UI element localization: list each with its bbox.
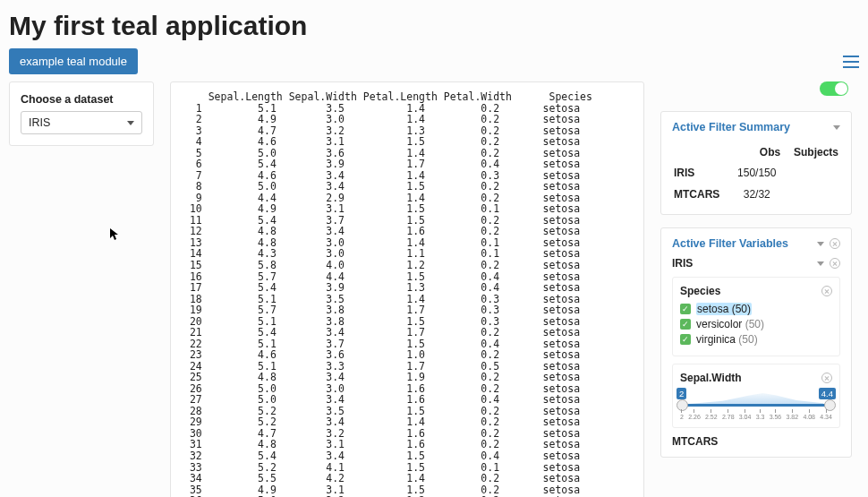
checkbox-icon: ✓ [680, 304, 691, 314]
summary-col: Subjects [782, 142, 840, 162]
sepal-width-slider[interactable]: 2 4.4 22.262.522.783.043.33.563.824.084.… [680, 390, 832, 420]
page-title: My first teal application [0, 0, 868, 48]
mtcars-dataset-header[interactable]: MTCARS [672, 435, 840, 448]
slider-tick: 3.04 [739, 409, 752, 420]
slider-tick: 4.34 [820, 409, 832, 420]
dataset-label: Choose a dataset [21, 93, 142, 106]
chevron-down-icon [817, 261, 824, 266]
species-option[interactable]: ✓setosa (50) [680, 303, 832, 315]
sepal-width-filter: Sepal.Width 2 4.4 22.262.522.783.043.33.… [672, 364, 840, 428]
filter-summary-title: Active Filter Summary [672, 121, 790, 133]
slider-tick: 2.52 [705, 409, 718, 420]
checkbox-icon: ✓ [680, 334, 691, 345]
close-icon[interactable] [821, 286, 832, 296]
slider-tick: 3.56 [770, 409, 782, 420]
filter-summary-table: ObsSubjects IRIS150/150MTCARS32/32 [672, 142, 840, 205]
species-option[interactable]: ✓versicolor (50) [680, 318, 832, 330]
filter-summary-card: Active Filter Summary ObsSubjects IRIS15… [660, 111, 852, 215]
summary-row: MTCARS32/32 [672, 184, 840, 205]
slider-tick: 2 [680, 409, 684, 420]
filter-toggle[interactable] [820, 81, 848, 96]
data-output-panel: Sepal.Length Sepal.Width Petal.Length Pe… [170, 81, 644, 497]
hamburger-icon[interactable] [843, 56, 859, 68]
slider-tick: 2.78 [722, 409, 735, 420]
slider-tick: 3.82 [787, 409, 799, 420]
filter-summary-header[interactable]: Active Filter Summary [672, 121, 840, 133]
filter-vars-title: Active Filter Variables [672, 237, 788, 250]
close-icon[interactable] [830, 238, 840, 249]
slider-tick: 4.08 [803, 409, 815, 420]
slider-min-label: 2 [677, 388, 686, 399]
chevron-down-icon [127, 121, 134, 125]
dataset-chooser-panel: Choose a dataset IRIS [9, 81, 154, 146]
slider-max-label: 4.4 [819, 388, 836, 399]
summary-col: Obs [731, 142, 782, 162]
species-filter: Species ✓setosa (50)✓versicolor (50)✓vir… [672, 277, 840, 356]
chevron-down-icon [817, 242, 824, 246]
species-option[interactable]: ✓virginica (50) [680, 333, 832, 346]
species-filter-label: Species [680, 285, 720, 297]
filter-vars-header[interactable]: Active Filter Variables [672, 237, 840, 250]
checkbox-icon: ✓ [680, 319, 691, 330]
slider-tick: 2.26 [688, 409, 701, 420]
chevron-down-icon [833, 125, 840, 130]
slider-tick: 3.3 [756, 409, 765, 420]
close-icon[interactable] [821, 373, 832, 383]
filter-vars-card: Active Filter Variables IRIS Species [660, 227, 852, 458]
dataset-select-value: IRIS [29, 116, 50, 129]
dataset-select[interactable]: IRIS [21, 111, 142, 134]
sepal-width-label: Sepal.Width [680, 372, 742, 384]
filter-dataset-name: IRIS [672, 257, 693, 270]
filter-dataset-header[interactable]: IRIS [672, 257, 840, 270]
summary-col [672, 142, 731, 162]
close-icon[interactable] [830, 258, 840, 269]
data-dump: Sepal.Length Sepal.Width Petal.Length Pe… [183, 91, 631, 497]
summary-row: IRIS150/150 [672, 162, 840, 184]
example-module-button[interactable]: example teal module [9, 48, 138, 74]
